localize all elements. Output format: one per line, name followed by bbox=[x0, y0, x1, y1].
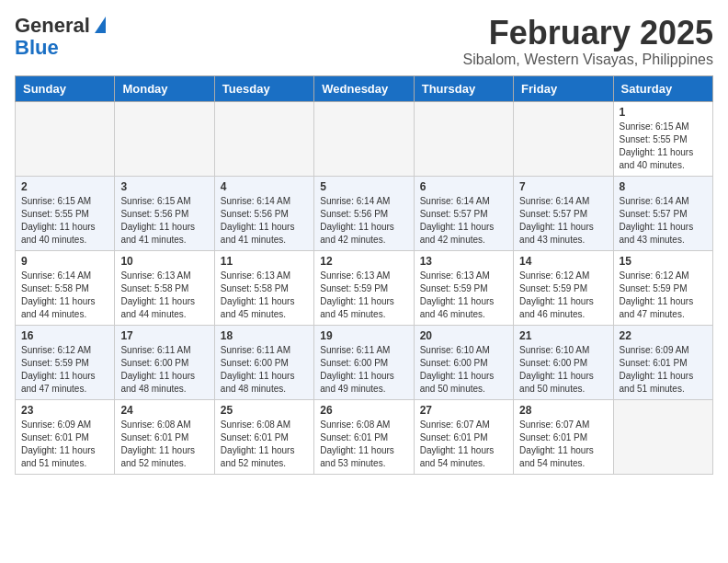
day-info: Sunrise: 6:08 AMSunset: 6:01 PMDaylight:… bbox=[221, 419, 308, 470]
calendar-cell: 11Sunrise: 6:13 AMSunset: 5:58 PMDayligh… bbox=[214, 250, 313, 325]
calendar-cell: 16Sunrise: 6:12 AMSunset: 5:59 PMDayligh… bbox=[16, 325, 115, 399]
day-info: Sunrise: 6:11 AMSunset: 6:00 PMDaylight:… bbox=[221, 344, 308, 396]
day-number: 10 bbox=[120, 255, 208, 268]
day-number: 6 bbox=[420, 180, 507, 193]
day-number: 3 bbox=[120, 180, 208, 193]
day-number: 2 bbox=[21, 180, 108, 193]
day-info: Sunrise: 6:15 AMSunset: 5:56 PMDaylight:… bbox=[120, 195, 208, 247]
day-info: Sunrise: 6:12 AMSunset: 5:59 PMDaylight:… bbox=[21, 344, 108, 396]
day-info: Sunrise: 6:08 AMSunset: 6:01 PMDaylight:… bbox=[320, 419, 407, 470]
calendar-cell: 12Sunrise: 6:13 AMSunset: 5:59 PMDayligh… bbox=[314, 250, 414, 325]
day-number: 8 bbox=[620, 180, 707, 193]
calendar-cell: 10Sunrise: 6:13 AMSunset: 5:58 PMDayligh… bbox=[115, 250, 214, 325]
calendar-cell: 17Sunrise: 6:11 AMSunset: 6:00 PMDayligh… bbox=[115, 325, 214, 399]
day-info: Sunrise: 6:13 AMSunset: 5:59 PMDaylight:… bbox=[420, 270, 507, 321]
day-number: 24 bbox=[120, 404, 208, 417]
weekday-header-friday: Friday bbox=[514, 75, 613, 101]
day-number: 9 bbox=[21, 255, 108, 268]
day-info: Sunrise: 6:12 AMSunset: 5:59 PMDaylight:… bbox=[620, 270, 707, 321]
calendar-cell: 26Sunrise: 6:08 AMSunset: 6:01 PMDayligh… bbox=[314, 399, 414, 474]
calendar-cell: 18Sunrise: 6:11 AMSunset: 6:00 PMDayligh… bbox=[214, 325, 313, 399]
day-number: 13 bbox=[420, 255, 507, 268]
calendar-cell: 13Sunrise: 6:13 AMSunset: 5:59 PMDayligh… bbox=[414, 250, 513, 325]
day-info: Sunrise: 6:10 AMSunset: 6:00 PMDaylight:… bbox=[519, 344, 607, 396]
day-number: 1 bbox=[620, 106, 707, 119]
svg-marker-0 bbox=[95, 17, 106, 33]
day-number: 4 bbox=[221, 180, 308, 193]
calendar-cell: 21Sunrise: 6:10 AMSunset: 6:00 PMDayligh… bbox=[514, 325, 613, 399]
calendar-cell: 1Sunrise: 6:15 AMSunset: 5:55 PMDaylight… bbox=[613, 101, 712, 176]
calendar-cell: 27Sunrise: 6:07 AMSunset: 6:01 PMDayligh… bbox=[414, 399, 513, 474]
day-info: Sunrise: 6:14 AMSunset: 5:56 PMDaylight:… bbox=[221, 195, 308, 247]
calendar-cell bbox=[214, 101, 313, 176]
day-info: Sunrise: 6:13 AMSunset: 5:59 PMDaylight:… bbox=[320, 270, 407, 321]
calendar-cell: 4Sunrise: 6:14 AMSunset: 5:56 PMDaylight… bbox=[214, 176, 313, 250]
calendar-cell bbox=[115, 101, 214, 176]
day-info: Sunrise: 6:07 AMSunset: 6:01 PMDaylight:… bbox=[519, 419, 607, 470]
logo-text-general: General bbox=[15, 15, 90, 37]
day-number: 17 bbox=[120, 329, 208, 342]
calendar-cell bbox=[314, 101, 414, 176]
day-info: Sunrise: 6:09 AMSunset: 6:01 PMDaylight:… bbox=[620, 344, 707, 396]
calendar-cell: 19Sunrise: 6:11 AMSunset: 6:00 PMDayligh… bbox=[314, 325, 414, 399]
calendar-week-row: 23Sunrise: 6:09 AMSunset: 6:01 PMDayligh… bbox=[16, 399, 713, 474]
calendar-subtitle: Sibalom, Western Visayas, Philippines bbox=[463, 52, 713, 68]
day-number: 26 bbox=[320, 404, 407, 417]
day-info: Sunrise: 6:14 AMSunset: 5:57 PMDaylight:… bbox=[519, 195, 607, 247]
logo-text-blue: Blue bbox=[15, 37, 59, 59]
day-number: 20 bbox=[420, 329, 507, 342]
day-number: 12 bbox=[320, 255, 407, 268]
day-number: 7 bbox=[519, 180, 607, 193]
weekday-header-saturday: Saturday bbox=[613, 75, 712, 101]
logo: General Blue bbox=[15, 15, 106, 59]
day-number: 21 bbox=[519, 329, 607, 342]
day-number: 11 bbox=[221, 255, 308, 268]
day-info: Sunrise: 6:09 AMSunset: 6:01 PMDaylight:… bbox=[21, 419, 108, 470]
day-info: Sunrise: 6:13 AMSunset: 5:58 PMDaylight:… bbox=[221, 270, 308, 321]
day-info: Sunrise: 6:15 AMSunset: 5:55 PMDaylight:… bbox=[620, 121, 707, 172]
calendar-cell: 25Sunrise: 6:08 AMSunset: 6:01 PMDayligh… bbox=[214, 399, 313, 474]
page-header: General Blue February 2025 Sibalom, West… bbox=[15, 15, 713, 68]
day-number: 25 bbox=[221, 404, 308, 417]
calendar-week-row: 9Sunrise: 6:14 AMSunset: 5:58 PMDaylight… bbox=[16, 250, 713, 325]
day-number: 23 bbox=[21, 404, 108, 417]
day-info: Sunrise: 6:15 AMSunset: 5:55 PMDaylight:… bbox=[21, 195, 108, 247]
calendar-cell bbox=[514, 101, 613, 176]
day-info: Sunrise: 6:14 AMSunset: 5:56 PMDaylight:… bbox=[320, 195, 407, 247]
calendar-cell bbox=[16, 101, 115, 176]
calendar-cell: 14Sunrise: 6:12 AMSunset: 5:59 PMDayligh… bbox=[514, 250, 613, 325]
day-number: 5 bbox=[320, 180, 407, 193]
day-info: Sunrise: 6:13 AMSunset: 5:58 PMDaylight:… bbox=[120, 270, 208, 321]
calendar-week-row: 1Sunrise: 6:15 AMSunset: 5:55 PMDaylight… bbox=[16, 101, 713, 176]
calendar-cell: 24Sunrise: 6:08 AMSunset: 6:01 PMDayligh… bbox=[115, 399, 214, 474]
calendar-title: February 2025 bbox=[463, 15, 713, 52]
day-info: Sunrise: 6:11 AMSunset: 6:00 PMDaylight:… bbox=[120, 344, 208, 396]
calendar-cell: 7Sunrise: 6:14 AMSunset: 5:57 PMDaylight… bbox=[514, 176, 613, 250]
day-info: Sunrise: 6:11 AMSunset: 6:00 PMDaylight:… bbox=[320, 344, 407, 396]
day-number: 15 bbox=[620, 255, 707, 268]
calendar-cell: 5Sunrise: 6:14 AMSunset: 5:56 PMDaylight… bbox=[314, 176, 414, 250]
day-info: Sunrise: 6:12 AMSunset: 5:59 PMDaylight:… bbox=[519, 270, 607, 321]
calendar-cell: 15Sunrise: 6:12 AMSunset: 5:59 PMDayligh… bbox=[613, 250, 712, 325]
day-info: Sunrise: 6:14 AMSunset: 5:57 PMDaylight:… bbox=[420, 195, 507, 247]
calendar-cell: 28Sunrise: 6:07 AMSunset: 6:01 PMDayligh… bbox=[514, 399, 613, 474]
day-info: Sunrise: 6:10 AMSunset: 6:00 PMDaylight:… bbox=[420, 344, 507, 396]
logo-triangle-icon bbox=[93, 17, 106, 37]
day-number: 27 bbox=[420, 404, 507, 417]
day-number: 18 bbox=[221, 329, 308, 342]
title-block: February 2025 Sibalom, Western Visayas, … bbox=[463, 15, 713, 68]
calendar-week-row: 16Sunrise: 6:12 AMSunset: 5:59 PMDayligh… bbox=[16, 325, 713, 399]
day-number: 22 bbox=[620, 329, 707, 342]
day-number: 14 bbox=[519, 255, 607, 268]
day-number: 28 bbox=[519, 404, 607, 417]
calendar-cell bbox=[414, 101, 513, 176]
day-number: 16 bbox=[21, 329, 108, 342]
calendar-cell: 3Sunrise: 6:15 AMSunset: 5:56 PMDaylight… bbox=[115, 176, 214, 250]
weekday-header-monday: Monday bbox=[115, 75, 214, 101]
day-info: Sunrise: 6:08 AMSunset: 6:01 PMDaylight:… bbox=[120, 419, 208, 470]
calendar-cell: 2Sunrise: 6:15 AMSunset: 5:55 PMDaylight… bbox=[16, 176, 115, 250]
weekday-header-tuesday: Tuesday bbox=[214, 75, 313, 101]
weekday-header-wednesday: Wednesday bbox=[314, 75, 414, 101]
calendar-cell: 23Sunrise: 6:09 AMSunset: 6:01 PMDayligh… bbox=[16, 399, 115, 474]
day-info: Sunrise: 6:14 AMSunset: 5:57 PMDaylight:… bbox=[620, 195, 707, 247]
